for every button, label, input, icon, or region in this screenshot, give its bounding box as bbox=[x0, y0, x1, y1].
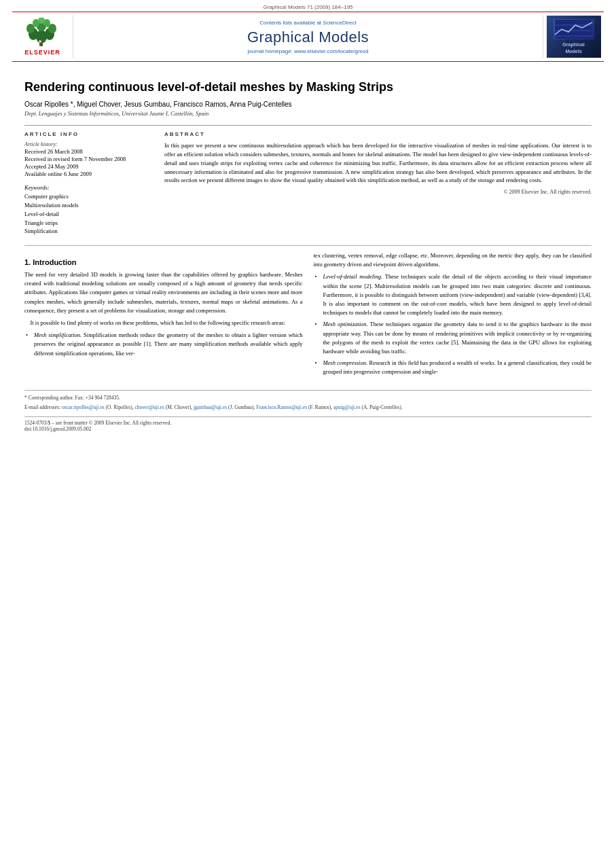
bullet-lod: Level-of-detail modeling. These techniqu… bbox=[314, 272, 592, 317]
gmod-logo-graphic bbox=[555, 20, 592, 39]
gmod-title-text: GraphicalModels bbox=[560, 41, 587, 54]
email-puig[interactable]: apuig@uji.es bbox=[333, 404, 361, 410]
elsevier-tree-icon bbox=[24, 18, 62, 48]
intro-p2: It is possible to find plenty of works o… bbox=[24, 319, 303, 327]
journal-title: Graphical Models bbox=[247, 29, 369, 46]
doi-line: doi:10.1016/j.gmod.2009.05.002 bbox=[24, 426, 592, 432]
sciencedirect-link: Contents lists available at ScienceDirec… bbox=[259, 20, 356, 26]
bullet-list-right: Level-of-detail modeling. These techniqu… bbox=[314, 272, 592, 376]
journal-homepage: journal homepage: www.elsevier.com/locat… bbox=[248, 48, 369, 54]
footnote-emails: E-mail addresses: oscar.ripolles@uji.es … bbox=[24, 404, 592, 411]
main-content: Rendering continuous level-of-detail mes… bbox=[0, 62, 616, 439]
intro-para-1: The need for very detailed 3D models is … bbox=[24, 270, 303, 327]
journal-meta: Graphical Models 71 (2009) 184–195 bbox=[0, 0, 616, 12]
page: Graphical Models 71 (2009) 184–195 bbox=[0, 0, 616, 841]
journal-center: Contents lists available at ScienceDirec… bbox=[73, 15, 543, 58]
bullet-term-1: Mesh simplification. bbox=[34, 332, 81, 338]
received-date: Received 26 March 2008 bbox=[24, 148, 153, 155]
journal-logo-right: GraphicalModels bbox=[543, 15, 604, 58]
abstract-col: ABSTRACT In this paper we present a new … bbox=[164, 131, 592, 236]
article-info-abstract: ARTICLE INFO Article history: Received 2… bbox=[24, 125, 592, 236]
email-ripolles-name: (O. Ripolles), bbox=[106, 404, 135, 410]
elsevier-logo: ELSEVIER bbox=[12, 15, 73, 58]
bullet-mesh-simplification: Mesh simplification. Simplification meth… bbox=[24, 331, 303, 358]
gmod-logo: GraphicalModels bbox=[547, 16, 601, 58]
svg-point-11 bbox=[39, 40, 41, 43]
article-title: Rendering continuous level-of-detail mes… bbox=[24, 79, 592, 95]
email-gumbau[interactable]: jgumbau@uji.es bbox=[194, 404, 227, 410]
article-info-col: ARTICLE INFO Article history: Received 2… bbox=[24, 131, 153, 236]
email-gumbau-name: (J. Gumbau), bbox=[228, 404, 256, 410]
keyword-2: Multiresolution models bbox=[24, 201, 153, 210]
article-affiliation: Dept. Lenguajes y Sistemas Informáticos,… bbox=[24, 110, 592, 117]
keyword-3: Level-of-detail bbox=[24, 210, 153, 219]
article-authors: Oscar Ripolles *, Miguel Chover, Jesus G… bbox=[24, 101, 592, 108]
footnote-corresponding: * Corresponding author. Fax: +34 964 728… bbox=[24, 394, 592, 401]
bullet-term-comp: Mesh compression. bbox=[323, 359, 368, 366]
article-info-box: Article history: Received 26 March 2008 … bbox=[24, 141, 153, 177]
bullet-list-left: Mesh simplification. Simplification meth… bbox=[24, 331, 303, 358]
abstract-heading: ABSTRACT bbox=[164, 131, 592, 137]
journal-citation: Graphical Models 71 (2009) 184–195 bbox=[263, 4, 352, 10]
bullet-term-lod: Level-of-detail modeling. bbox=[323, 273, 383, 280]
bullet-mesh-comp: Mesh compression. Research in this field… bbox=[314, 359, 592, 376]
received-revised-date: Received in revised form 7 November 2008 bbox=[24, 156, 153, 162]
right-top-text: tex clustering, vertex removal, edge col… bbox=[314, 251, 592, 269]
journal-header: ELSEVIER Contents lists available at Sci… bbox=[12, 12, 604, 62]
intro-heading: 1. Introduction bbox=[24, 258, 303, 266]
abstract-text: In this paper we present a new continuou… bbox=[164, 141, 592, 185]
abstract-copyright: © 2009 Elsevier Inc. All rights reserved… bbox=[164, 189, 592, 195]
body-right-col: tex clustering, vertex removal, edge col… bbox=[314, 251, 592, 379]
history-label: Article history: bbox=[24, 141, 153, 147]
keywords-section: Keywords: Computer graphics Multiresolut… bbox=[24, 184, 153, 236]
email-ripolles[interactable]: oscar.ripolles@uji.es bbox=[62, 404, 105, 410]
email-ramos[interactable]: Francisco.Ramos@uji.es bbox=[256, 404, 307, 410]
section-divider bbox=[24, 245, 592, 246]
email-puig-name: (A. Puig-Centelles). bbox=[361, 404, 402, 410]
issn-line: 1524-0703/$ – see front matter © 2009 El… bbox=[24, 420, 592, 426]
footnote-area: * Corresponding author. Fax: +34 964 728… bbox=[24, 390, 592, 411]
body-left-col: 1. Introduction The need for very detail… bbox=[24, 251, 303, 379]
homepage-url[interactable]: www.elsevier.com/locate/gmod bbox=[294, 48, 368, 54]
elsevier-wordmark: ELSEVIER bbox=[24, 49, 60, 56]
email-label: E-mail addresses: bbox=[24, 404, 60, 410]
bullet-mesh-opt: Mesh optimization. These techniques orga… bbox=[314, 320, 592, 356]
bullet-term-opt: Mesh optimization. bbox=[323, 321, 368, 327]
keyword-1: Computer graphics bbox=[24, 192, 153, 201]
email-ramos-name: (F. Ramos), bbox=[308, 404, 333, 410]
email-chover-name: (M. Chover), bbox=[166, 404, 194, 410]
article-info-heading: ARTICLE INFO bbox=[24, 131, 153, 137]
right-top-para: tex clustering, vertex removal, edge col… bbox=[314, 251, 592, 269]
available-online-date: Available online 6 June 2009 bbox=[24, 171, 153, 177]
keywords-label: Keywords: bbox=[24, 184, 153, 191]
email-chover[interactable]: chover@uji.es bbox=[135, 404, 164, 410]
intro-p1: The need for very detailed 3D models is … bbox=[24, 270, 303, 315]
keyword-5: Simplification bbox=[24, 227, 153, 236]
keyword-4: Triangle strips bbox=[24, 219, 153, 228]
bottom-meta: 1524-0703/$ – see front matter © 2009 El… bbox=[24, 416, 592, 432]
accepted-date: Accepted 24 May 2009 bbox=[24, 163, 153, 170]
body-content: 1. Introduction The need for very detail… bbox=[24, 251, 592, 379]
sciencedirect-label[interactable]: ScienceDirect bbox=[323, 20, 356, 26]
